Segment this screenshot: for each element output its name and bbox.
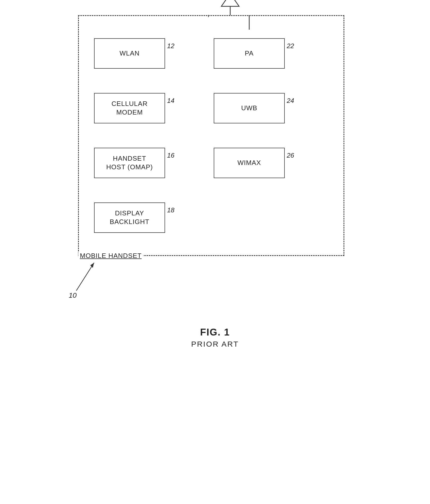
- antenna-container: [220, 0, 240, 16]
- cellular-modem-box: CELLULARMODEM: [94, 93, 165, 123]
- svg-marker-0: [221, 0, 239, 6]
- cellular-modem-wrapper: CELLULARMODEM 14: [94, 83, 209, 133]
- wimax-wrapper: WIMAX 26: [214, 138, 328, 188]
- pa-ref: 22: [287, 42, 294, 50]
- antenna-icon: [220, 0, 240, 15]
- mobile-handset-box: WLAN 12 PA 22: [78, 15, 344, 256]
- figure-caption: FIG. 1 PRIOR ART: [191, 327, 239, 348]
- wlan-ref: 12: [167, 42, 174, 50]
- wimax-box: WIMAX: [214, 148, 285, 178]
- page-container: 20 WLAN 12: [0, 0, 430, 504]
- wlan-wrapper: WLAN 12: [94, 29, 209, 78]
- ref-10-arrow: [71, 255, 102, 296]
- wlan-label: WLAN: [119, 49, 139, 58]
- cellular-modem-label: CELLULARMODEM: [112, 100, 148, 117]
- ref-10: 10: [69, 291, 77, 300]
- svg-line-4: [76, 263, 94, 291]
- pa-wrapper: PA 22: [214, 29, 328, 78]
- handset-host-label: HANDSETHOST (OMAP): [106, 154, 153, 172]
- fig-title: FIG. 1: [191, 327, 239, 338]
- handset-host-box: HANDSETHOST (OMAP): [94, 148, 165, 178]
- fig-subtitle: PRIOR ART: [191, 340, 239, 348]
- svg-marker-5: [90, 263, 94, 268]
- antenna-line-top: [208, 15, 209, 17]
- wimax-ref: 26: [287, 152, 294, 159]
- display-backlight-ref: 18: [167, 206, 174, 214]
- pa-box: PA: [214, 38, 285, 69]
- uwb-label: UWB: [241, 104, 257, 113]
- display-backlight-box: DISPLAYBACKLIGHT: [94, 202, 165, 233]
- uwb-wrapper: UWB 24: [214, 83, 328, 133]
- wlan-box: WLAN: [94, 38, 165, 69]
- pa-label: PA: [245, 49, 254, 58]
- uwb-ref: 24: [287, 97, 294, 105]
- handset-host-ref: 16: [167, 152, 174, 159]
- diagram-area: 20 WLAN 12: [63, 15, 367, 256]
- display-backlight-wrapper: DISPLAYBACKLIGHT 18: [94, 193, 209, 242]
- uwb-box: UWB: [214, 93, 285, 123]
- components-grid: WLAN 12 PA 22: [79, 16, 344, 255]
- display-backlight-label: DISPLAYBACKLIGHT: [110, 209, 149, 226]
- empty-cell-row4: [214, 193, 328, 242]
- wimax-label: WIMAX: [237, 159, 261, 167]
- handset-host-wrapper: HANDSETHOST (OMAP) 16: [94, 138, 209, 188]
- cellular-modem-ref: 14: [167, 97, 174, 105]
- pa-antenna-line: [249, 15, 250, 30]
